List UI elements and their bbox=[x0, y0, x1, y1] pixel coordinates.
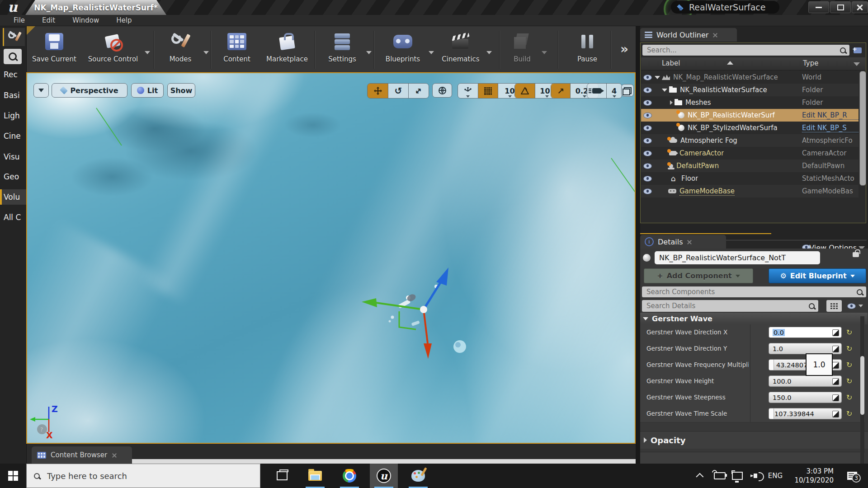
outliner-row-meshes[interactable]: Meshes Folder bbox=[641, 96, 859, 109]
panel-splitter[interactable] bbox=[636, 26, 640, 464]
revert-icon[interactable]: ↺ bbox=[846, 344, 852, 353]
visibility-eye-icon[interactable] bbox=[643, 176, 652, 182]
dial-icon[interactable] bbox=[832, 378, 839, 385]
surface-snap-button[interactable] bbox=[458, 84, 478, 98]
perspective-button[interactable]: Perspective bbox=[52, 83, 127, 98]
save-current-button[interactable]: Save Current bbox=[27, 30, 81, 70]
rail-item-all-classes[interactable]: All C bbox=[0, 210, 26, 225]
outliner-row-default-pawn[interactable]: DefaultPawn DefaultPawn bbox=[641, 160, 859, 172]
revert-icon[interactable]: ↺ bbox=[846, 409, 852, 418]
revert-icon[interactable]: ↺ bbox=[846, 393, 852, 402]
visibility-eye-icon[interactable] bbox=[643, 100, 652, 106]
toolbar-overflow-chevrons[interactable]: » bbox=[620, 42, 628, 56]
action-center-button[interactable]: 3 bbox=[841, 464, 863, 488]
blueprints-button[interactable]: Blueprints bbox=[378, 30, 428, 70]
edit-blueprint-link[interactable]: Edit NK_BP_R bbox=[802, 111, 859, 120]
scale-tool-button[interactable]: ↕ bbox=[408, 84, 429, 98]
expander-icon[interactable] bbox=[655, 76, 660, 79]
close-button[interactable] bbox=[852, 1, 868, 13]
outliner-row-atmospheric-fog[interactable]: Atmospheric Fog AtmosphericFo bbox=[641, 134, 859, 147]
camera-speed-value-button[interactable]: 4 bbox=[606, 84, 622, 98]
gerstner-wave-section-header[interactable]: Gerstner Wave bbox=[640, 313, 868, 324]
tray-expand-button[interactable] bbox=[693, 464, 709, 488]
rail-item-basic[interactable]: Basi bbox=[0, 88, 26, 103]
build-caret-icon[interactable] bbox=[542, 51, 547, 54]
minimize-button[interactable] bbox=[808, 1, 829, 13]
clock[interactable]: 3:03 PM 10/19/2020 bbox=[787, 464, 835, 488]
column-type[interactable]: Type bbox=[803, 59, 818, 67]
rail-item-recently-placed[interactable]: Rec bbox=[0, 67, 26, 82]
rotate-tool-button[interactable]: ↺ bbox=[388, 84, 408, 98]
visibility-eye-icon[interactable] bbox=[643, 125, 652, 131]
actor-name-field[interactable]: NK_BP_RealisticWaterSurface_NotT bbox=[655, 251, 820, 264]
network-tray-icon[interactable] bbox=[729, 464, 746, 488]
pause-button[interactable]: Pause bbox=[567, 30, 608, 70]
visibility-eye-icon[interactable] bbox=[643, 150, 652, 156]
close-icon[interactable] bbox=[687, 239, 692, 244]
file-explorer-taskbar-button[interactable] bbox=[301, 464, 329, 488]
modes-caret-icon[interactable] bbox=[203, 51, 209, 54]
cinematics-button[interactable]: Cinematics bbox=[434, 30, 487, 70]
taskbar-search-input[interactable] bbox=[46, 471, 260, 481]
menu-file[interactable]: File bbox=[14, 16, 25, 24]
search-components-field[interactable] bbox=[642, 286, 866, 297]
rail-item-visual-effects[interactable]: Visu bbox=[0, 149, 26, 164]
language-indicator[interactable]: ENG bbox=[765, 464, 786, 488]
battery-tray-icon[interactable] bbox=[711, 464, 729, 488]
outliner-row-world[interactable]: NK_Map_RealisticWaterSurface World bbox=[641, 71, 859, 84]
blueprints-caret-icon[interactable] bbox=[429, 51, 434, 54]
level-viewport[interactable]: ? Z X Perspective Lit Show ↺ ↕ bbox=[26, 72, 636, 444]
settings-caret-icon[interactable] bbox=[366, 51, 372, 54]
visibility-eye-icon[interactable] bbox=[643, 87, 652, 93]
direction-x-field[interactable]: 0.0 bbox=[769, 327, 842, 338]
opacity-section-header[interactable]: Opacity bbox=[640, 431, 868, 449]
wave-height-field[interactable]: 100.0 bbox=[769, 375, 842, 387]
create-folder-button[interactable]: + bbox=[852, 45, 864, 56]
rail-item-cinematic[interactable]: Cine bbox=[0, 128, 26, 144]
menu-window[interactable]: Window bbox=[72, 16, 99, 24]
dial-icon[interactable] bbox=[832, 394, 839, 401]
expander-icon[interactable] bbox=[662, 89, 667, 92]
modes-button[interactable]: Modes bbox=[156, 30, 204, 70]
viewport-options-button[interactable] bbox=[33, 83, 49, 98]
marketplace-button[interactable]: Marketplace bbox=[260, 30, 314, 70]
chrome-taskbar-button[interactable] bbox=[335, 464, 363, 488]
details-tab[interactable]: i Details bbox=[640, 235, 726, 249]
place-mode-tab[interactable] bbox=[3, 28, 25, 46]
search-details-field[interactable] bbox=[642, 300, 818, 312]
maximize-viewport-button[interactable] bbox=[621, 84, 634, 97]
taskbar-search-box[interactable] bbox=[26, 464, 260, 488]
level-tab[interactable]: NK_Map_RealisticWaterSurf* bbox=[25, 0, 166, 15]
display-filter-button[interactable] bbox=[844, 300, 865, 312]
outliner-row-folder[interactable]: NK_RealisticWaterSurface Folder bbox=[641, 84, 859, 96]
show-button[interactable]: Show bbox=[167, 83, 195, 98]
title-bar[interactable]: u NK_Map_RealisticWaterSurf* RealWaterSu… bbox=[0, 0, 868, 15]
outliner-scrollbar[interactable] bbox=[859, 71, 866, 186]
restore-button[interactable] bbox=[830, 1, 851, 13]
property-column-divider[interactable] bbox=[750, 324, 750, 422]
volume-tray-icon[interactable] bbox=[746, 464, 765, 488]
type-filter-icon[interactable] bbox=[854, 62, 860, 66]
cinematics-caret-icon[interactable] bbox=[486, 51, 492, 54]
rail-search-button[interactable] bbox=[4, 49, 22, 64]
outliner-row-floor[interactable]: ⌂ Floor StaticMeshActo bbox=[641, 172, 859, 185]
visibility-eye-icon[interactable] bbox=[643, 138, 652, 144]
revert-icon[interactable]: ↺ bbox=[846, 361, 852, 369]
world-outliner-tab[interactable]: World Outliner bbox=[640, 28, 737, 42]
visibility-eye-icon[interactable] bbox=[643, 75, 652, 80]
column-label[interactable]: Label bbox=[662, 59, 680, 67]
lit-mode-button[interactable]: Lit bbox=[131, 83, 164, 98]
unreal-taskbar-button[interactable]: u bbox=[370, 464, 398, 488]
grid-snap-toggle-button[interactable] bbox=[478, 84, 498, 98]
wave-steepness-field[interactable]: 150.0 bbox=[769, 392, 842, 403]
outliner-search-input[interactable] bbox=[646, 46, 840, 55]
settings-button[interactable]: Settings bbox=[317, 30, 367, 70]
search-components-input[interactable] bbox=[646, 287, 857, 296]
close-icon[interactable] bbox=[712, 33, 717, 38]
rail-item-lights[interactable]: Ligh bbox=[0, 108, 26, 123]
sort-ascending-icon[interactable] bbox=[727, 61, 733, 65]
menu-edit[interactable]: Edit bbox=[42, 16, 55, 24]
content-button[interactable]: Content bbox=[212, 30, 261, 70]
search-details-input[interactable] bbox=[646, 301, 809, 310]
dial-icon[interactable] bbox=[832, 411, 839, 418]
